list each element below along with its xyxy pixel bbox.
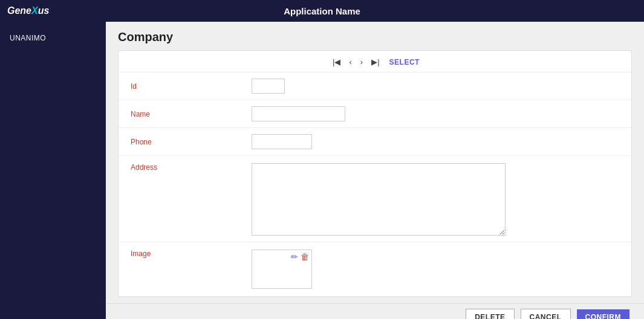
image-box: ✏ 🗑 bbox=[252, 250, 312, 289]
cancel-button[interactable]: CANCEL bbox=[521, 309, 571, 319]
id-row: Id bbox=[119, 72, 631, 100]
image-edit-button[interactable]: ✏ bbox=[291, 253, 298, 261]
app-logo: GeneXus bbox=[7, 5, 49, 16]
name-row: Name bbox=[119, 100, 631, 128]
confirm-button[interactable]: CONFIRM bbox=[577, 309, 630, 319]
nav-first-button[interactable]: |◀ bbox=[330, 57, 343, 67]
select-button[interactable]: SELECT bbox=[389, 58, 420, 66]
nav-bar: |◀ ‹ › ▶| SELECT bbox=[119, 51, 631, 72]
id-input[interactable] bbox=[252, 79, 285, 94]
nav-prev-button[interactable]: ‹ bbox=[346, 57, 354, 67]
address-row: Address bbox=[119, 156, 631, 242]
id-label: Id bbox=[131, 82, 252, 91]
nav-last-button[interactable]: ▶| bbox=[369, 57, 382, 67]
image-delete-button[interactable]: 🗑 bbox=[301, 253, 309, 261]
main-content: Company |◀ ‹ › ▶| SELECT Id Name bbox=[106, 22, 644, 319]
image-label: Image bbox=[131, 250, 252, 258]
name-label: Name bbox=[131, 110, 252, 118]
app-title: Application Name bbox=[284, 6, 360, 16]
form-card: |◀ ‹ › ▶| SELECT Id Name Phone bbox=[118, 50, 632, 297]
phone-row: Phone bbox=[119, 128, 631, 156]
address-label: Address bbox=[131, 163, 252, 172]
app-header: GeneXus Application Name bbox=[0, 0, 644, 22]
name-input[interactable] bbox=[252, 106, 345, 121]
phone-label: Phone bbox=[131, 138, 252, 146]
footer: DELETE CANCEL CONFIRM bbox=[106, 303, 644, 319]
main-layout: UNANIMO Company |◀ ‹ › ▶| SELECT Id Name bbox=[0, 22, 644, 319]
sidebar-item-unanimo[interactable]: UNANIMO bbox=[0, 29, 106, 47]
sidebar: UNANIMO bbox=[0, 22, 106, 319]
nav-next-button[interactable]: › bbox=[358, 57, 365, 67]
delete-button[interactable]: DELETE bbox=[466, 309, 514, 319]
image-row: Image ✏ 🗑 bbox=[119, 242, 631, 297]
page-title: Company bbox=[106, 22, 644, 50]
phone-input[interactable] bbox=[252, 134, 312, 149]
address-input[interactable] bbox=[252, 163, 506, 236]
